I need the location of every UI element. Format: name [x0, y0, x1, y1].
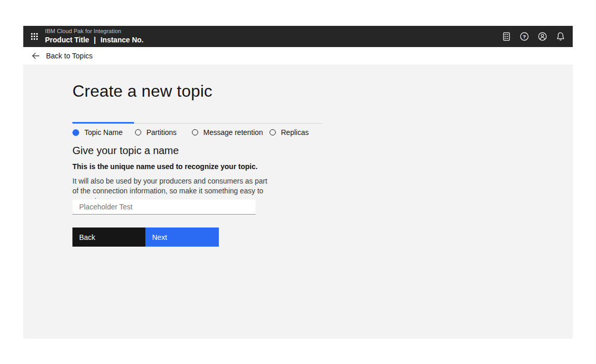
step-message-retention[interactable]: Message retention	[192, 128, 263, 136]
notification-bell-icon	[556, 32, 565, 41]
help-icon: ?	[519, 32, 529, 41]
notifications-button[interactable]	[552, 26, 570, 47]
catalog-button[interactable]	[497, 26, 515, 47]
header-actions: ?	[497, 26, 573, 47]
back-button[interactable]: Back	[72, 228, 145, 247]
arrow-left-icon	[31, 51, 41, 61]
step-replicas[interactable]: Replicas	[270, 128, 309, 136]
svg-text:?: ?	[523, 34, 526, 39]
product-title: Product Title	[45, 36, 89, 45]
next-button[interactable]: Next	[145, 228, 219, 247]
user-avatar-icon	[538, 32, 547, 41]
step-partitions[interactable]: Partitions	[135, 128, 176, 136]
page-title: Create a new topic	[72, 82, 212, 101]
step-label: Message retention	[203, 128, 263, 136]
app-switcher-button[interactable]	[23, 26, 45, 47]
step-incomplete-icon	[270, 129, 276, 135]
step-label: Topic Name	[84, 128, 123, 136]
create-topic-panel: Create a new topic Topic Name Partitions…	[23, 65, 573, 339]
step-incomplete-icon	[135, 129, 141, 135]
title-separator: |	[94, 36, 96, 45]
app-header: IBM Cloud Pak for Integration Product Ti…	[23, 26, 573, 47]
step-label: Replicas	[281, 128, 309, 136]
catalog-icon	[501, 32, 511, 41]
step-label: Partitions	[146, 128, 176, 136]
brand-block: IBM Cloud Pak for Integration Product Ti…	[45, 28, 143, 44]
step-current-icon	[72, 129, 79, 136]
progress-fill	[72, 122, 134, 124]
wizard-button-row: Back Next	[72, 228, 219, 247]
progress-indicator: Topic Name Partitions Message retention …	[72, 122, 322, 144]
section-heading: Give your topic a name	[72, 145, 179, 157]
instance-label: Instance No.	[100, 36, 143, 45]
lead-text: This is the unique name used to recogniz…	[72, 162, 258, 171]
user-profile-button[interactable]	[533, 26, 552, 47]
breadcrumb-bar: Back to Topics	[23, 47, 573, 65]
back-link-label: Back to Topics	[46, 52, 93, 60]
step-incomplete-icon	[192, 129, 198, 135]
back-to-topics-link[interactable]: Back to Topics	[31, 51, 93, 61]
help-button[interactable]: ?	[515, 26, 533, 47]
platform-name: IBM Cloud Pak for Integration	[45, 28, 143, 35]
switcher-grid-icon	[31, 33, 38, 40]
step-topic-name[interactable]: Topic Name	[72, 128, 123, 136]
app-window: IBM Cloud Pak for Integration Product Ti…	[0, 0, 596, 364]
topic-name-input[interactable]	[72, 200, 256, 215]
